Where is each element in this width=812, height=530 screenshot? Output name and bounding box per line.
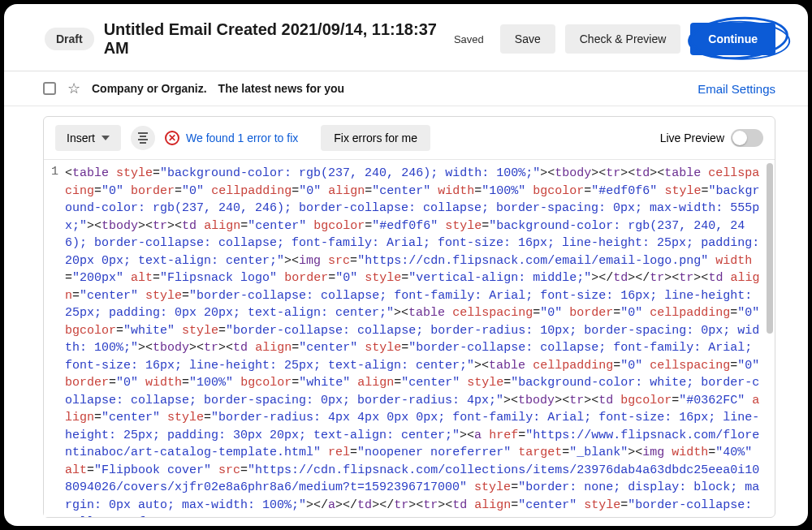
continue-button[interactable]: Continue bbox=[690, 23, 775, 55]
app-window: Draft Untitled Email Created 2021/09/14,… bbox=[4, 4, 808, 526]
page-title[interactable]: Untitled Email Created 2021/09/14, 11:18… bbox=[104, 20, 444, 58]
toolbar: Insert ✕ We found 1 error to fix Fix err… bbox=[44, 117, 775, 160]
scrollbar[interactable] bbox=[767, 160, 775, 517]
error-icon: ✕ bbox=[165, 131, 179, 145]
live-preview-group: Live Preview bbox=[660, 129, 763, 147]
live-preview-toggle[interactable] bbox=[731, 129, 763, 147]
email-settings-link[interactable]: Email Settings bbox=[698, 82, 775, 96]
line-gutter: 1 bbox=[44, 160, 63, 517]
line-number: 1 bbox=[44, 165, 58, 179]
insert-button[interactable]: Insert bbox=[55, 125, 121, 151]
insert-label: Insert bbox=[67, 131, 95, 144]
saved-status: Saved bbox=[454, 33, 484, 45]
editor-box: Insert ✕ We found 1 error to fix Fix err… bbox=[43, 116, 775, 518]
code-editor[interactable]: <table style="background-color: rgb(237,… bbox=[63, 160, 767, 517]
error-text: We found 1 error to fix bbox=[186, 131, 298, 144]
draft-badge: Draft bbox=[45, 28, 94, 50]
save-button[interactable]: Save bbox=[500, 24, 555, 54]
select-checkbox[interactable] bbox=[43, 82, 56, 95]
chevron-down-icon bbox=[102, 136, 110, 140]
scrollbar-thumb[interactable] bbox=[767, 163, 773, 334]
check-preview-button[interactable]: Check & Preview bbox=[565, 24, 681, 54]
fix-errors-button[interactable]: Fix errors for me bbox=[321, 125, 430, 151]
error-indicator[interactable]: ✕ We found 1 error to fix bbox=[165, 131, 298, 145]
live-preview-label: Live Preview bbox=[660, 131, 724, 144]
code-wrap: 1 <table style="background-color: rgb(23… bbox=[44, 160, 775, 517]
align-icon bbox=[138, 132, 148, 144]
subject-line: The latest news for you bbox=[218, 82, 345, 95]
editor-area: Insert ✕ We found 1 error to fix Fix err… bbox=[4, 106, 808, 518]
subject-row: ☆ Company or Organiz. The latest news fo… bbox=[4, 71, 808, 106]
sender-name: Company or Organiz. bbox=[92, 82, 207, 95]
header: Draft Untitled Email Created 2021/09/14,… bbox=[4, 4, 808, 71]
star-icon[interactable]: ☆ bbox=[67, 80, 80, 97]
align-center-button[interactable] bbox=[131, 126, 155, 150]
